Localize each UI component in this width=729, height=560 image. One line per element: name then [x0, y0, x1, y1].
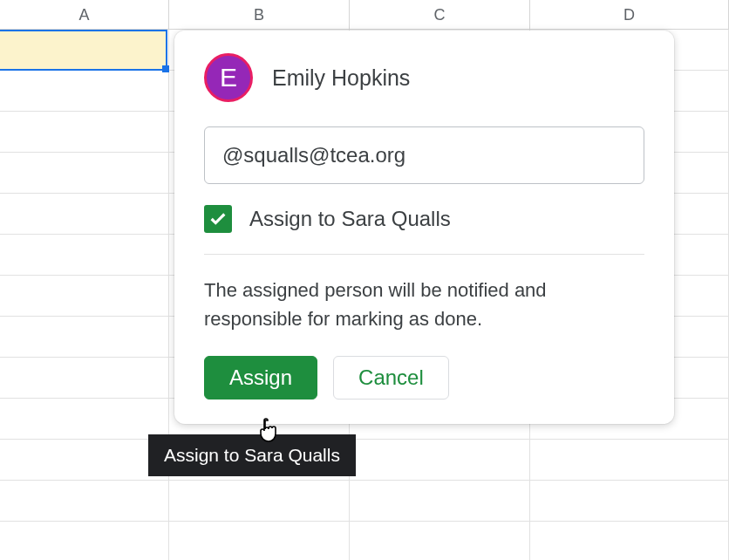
column-header-a[interactable]: A	[0, 0, 169, 29]
cell[interactable]	[0, 235, 169, 275]
column-header-row: A B C D	[0, 0, 729, 30]
column-header-b[interactable]: B	[169, 0, 350, 29]
button-row: Assign Cancel	[204, 356, 644, 400]
assign-button[interactable]: Assign	[204, 356, 317, 400]
column-header-d[interactable]: D	[530, 0, 729, 29]
assign-label: Assign to Sara Qualls	[249, 207, 451, 231]
column-header-c[interactable]: C	[350, 0, 530, 29]
cell[interactable]	[0, 317, 169, 357]
selected-cell[interactable]	[0, 30, 167, 71]
cell[interactable]	[350, 522, 530, 560]
cell[interactable]	[0, 522, 169, 560]
cell[interactable]	[0, 153, 169, 193]
cell[interactable]	[530, 522, 729, 560]
assign-row: Assign to Sara Qualls	[204, 205, 644, 233]
cell[interactable]	[0, 71, 169, 111]
cell[interactable]	[0, 276, 169, 316]
cell[interactable]	[530, 440, 729, 480]
cell[interactable]	[169, 481, 350, 521]
avatar: E	[204, 53, 253, 102]
cell[interactable]	[169, 522, 350, 560]
check-icon	[208, 209, 228, 229]
cell[interactable]	[0, 440, 169, 480]
fill-handle[interactable]	[162, 65, 169, 72]
grid-row	[0, 481, 729, 522]
tooltip: Assign to Sara Qualls	[148, 434, 356, 476]
cell[interactable]	[0, 194, 169, 234]
cell[interactable]	[350, 440, 530, 480]
cell[interactable]	[0, 399, 169, 439]
comment-header: E Emily Hopkins	[204, 53, 644, 102]
assign-checkbox[interactable]	[204, 205, 232, 233]
cancel-button[interactable]: Cancel	[333, 356, 449, 400]
grid-row	[0, 522, 729, 560]
divider	[204, 254, 644, 255]
helper-text: The assigned person will be notified and…	[204, 276, 644, 333]
cell[interactable]	[530, 481, 729, 521]
avatar-initial: E	[220, 63, 237, 92]
comment-dialog: E Emily Hopkins Assign to Sara Qualls Th…	[174, 31, 674, 424]
cell[interactable]	[0, 358, 169, 398]
grid-row	[0, 440, 729, 481]
cell[interactable]	[350, 481, 530, 521]
cell[interactable]	[0, 112, 169, 152]
comment-input[interactable]	[204, 126, 644, 184]
cell[interactable]	[0, 481, 169, 521]
author-name: Emily Hopkins	[272, 65, 410, 91]
